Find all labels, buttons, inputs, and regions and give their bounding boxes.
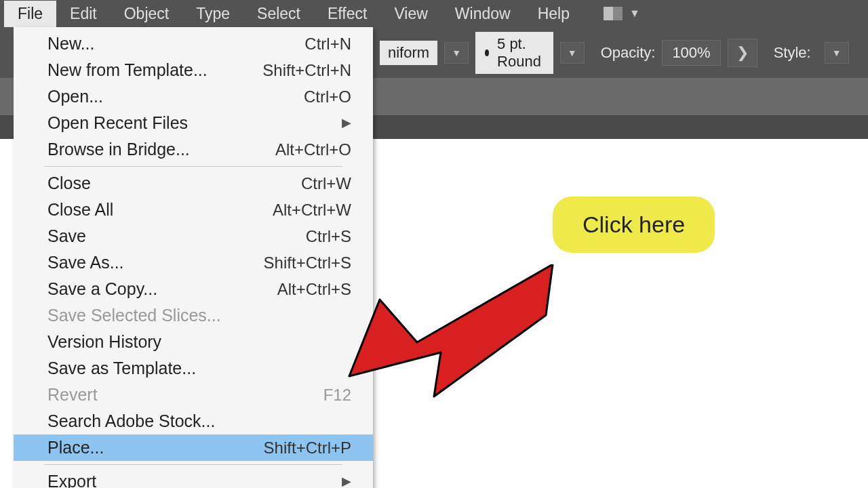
uniform-field[interactable]: niform: [380, 41, 437, 65]
menubar-right: ▼: [604, 7, 640, 20]
opacity-label: Opacity:: [601, 44, 656, 62]
menu-item-shortcut: Shift+Ctrl+N: [262, 59, 351, 82]
stroke-field[interactable]: 5 pt. Round: [475, 32, 553, 74]
menu-item-label: Save: [47, 224, 86, 248]
menu-item-shortcut: Shift+Ctrl+S: [264, 251, 351, 274]
menu-separator: [44, 464, 342, 465]
menu-file[interactable]: File: [4, 1, 56, 27]
menu-item-label: New from Template...: [47, 58, 208, 82]
menu-item-open-recent-files[interactable]: Open Recent Files▶: [14, 110, 373, 136]
menu-type[interactable]: Type: [182, 1, 243, 27]
menu-item-label: Close All: [47, 198, 113, 222]
menu-item-save-as-template[interactable]: Save as Template...: [14, 355, 373, 382]
menu-item-label: Export: [47, 470, 96, 488]
menu-item-new-from-template[interactable]: New from Template...Shift+Ctrl+N: [14, 57, 373, 83]
menu-item-shortcut: Ctrl+S: [306, 225, 351, 248]
menu-item-save-as[interactable]: Save As...Shift+Ctrl+S: [14, 249, 373, 276]
menu-item-save-selected-slices: Save Selected Slices...: [14, 302, 373, 329]
callout-annotation: Click here: [553, 197, 715, 253]
menu-item-close-all[interactable]: Close AllAlt+Ctrl+W: [14, 197, 373, 223]
file-menu-dropdown: New...Ctrl+NNew from Template...Shift+Ct…: [14, 27, 373, 488]
menu-item-label: Version History: [47, 330, 161, 354]
menu-item-version-history[interactable]: Version History: [14, 329, 373, 355]
menu-item-label: Open Recent Files: [47, 111, 188, 135]
menu-item-browse-in-bridge[interactable]: Browse in Bridge...Alt+Ctrl+O: [14, 136, 373, 163]
chevron-down-icon[interactable]: ▼: [629, 7, 640, 20]
menu-help[interactable]: Help: [524, 1, 583, 27]
menu-item-label: Place...: [47, 436, 104, 460]
menu-item-shortcut: Shift+Ctrl+P: [264, 436, 351, 460]
opacity-value[interactable]: 100%: [662, 40, 720, 66]
svg-marker-0: [349, 264, 553, 396]
menu-item-search-adobe-stock[interactable]: Search Adobe Stock...: [14, 408, 373, 434]
menu-item-label: Open...: [47, 85, 103, 108]
menu-item-label: Save as Template...: [47, 357, 196, 380]
menu-item-revert: RevertF12: [14, 382, 373, 408]
menu-item-shortcut: Ctrl+O: [304, 85, 351, 108]
menu-item-place[interactable]: Place...Shift+Ctrl+P: [14, 434, 373, 461]
menu-view[interactable]: View: [380, 1, 441, 27]
menu-item-open[interactable]: Open...Ctrl+O: [14, 83, 373, 110]
menu-item-shortcut: Ctrl+W: [301, 172, 351, 195]
menu-item-save[interactable]: SaveCtrl+S: [14, 223, 373, 249]
menu-item-label: Save As...: [47, 251, 124, 274]
menu-effect[interactable]: Effect: [314, 1, 380, 27]
menu-select[interactable]: Select: [243, 1, 314, 27]
menu-item-label: Revert: [47, 383, 98, 407]
stroke-dot-icon: [485, 49, 489, 56]
uniform-dropdown-icon[interactable]: ▼: [444, 42, 469, 64]
style-dropdown-icon[interactable]: ▼: [825, 42, 849, 64]
chevron-right-icon: ▶: [342, 115, 351, 131]
menu-item-label: New...: [47, 32, 94, 56]
menu-window[interactable]: Window: [441, 1, 524, 27]
arrow-annotation-icon: [342, 264, 559, 413]
menu-item-label: Search Adobe Stock...: [47, 409, 215, 433]
menu-item-label: Browse in Bridge...: [47, 138, 190, 161]
menu-item-shortcut: Alt+Ctrl+O: [275, 138, 351, 161]
menu-item-label: Close: [47, 171, 91, 195]
menubar: FileEditObjectTypeSelectEffectViewWindow…: [0, 0, 868, 27]
menu-item-export[interactable]: Export▶: [14, 468, 373, 488]
menu-item-shortcut: Ctrl+N: [304, 33, 351, 56]
menu-item-save-a-copy[interactable]: Save a Copy...Alt+Ctrl+S: [14, 276, 373, 302]
stroke-label: 5 pt. Round: [497, 35, 544, 70]
menu-object[interactable]: Object: [111, 1, 182, 27]
menu-edit[interactable]: Edit: [56, 1, 111, 27]
opacity-chevron-icon[interactable]: ❯: [728, 39, 757, 67]
workspace-grid-icon[interactable]: [604, 7, 623, 20]
menu-item-label: Save Selected Slices...: [47, 304, 221, 327]
style-label: Style:: [774, 44, 811, 62]
stroke-dropdown-icon[interactable]: ▼: [560, 42, 585, 64]
menu-item-label: Save a Copy...: [47, 277, 157, 301]
chevron-right-icon: ▶: [342, 473, 351, 488]
menu-separator: [44, 166, 342, 167]
menu-item-shortcut: Alt+Ctrl+W: [273, 199, 351, 222]
menu-item-new[interactable]: New...Ctrl+N: [14, 30, 373, 57]
menu-item-close[interactable]: CloseCtrl+W: [14, 170, 373, 197]
menu-item-shortcut: Alt+Ctrl+S: [277, 278, 351, 301]
